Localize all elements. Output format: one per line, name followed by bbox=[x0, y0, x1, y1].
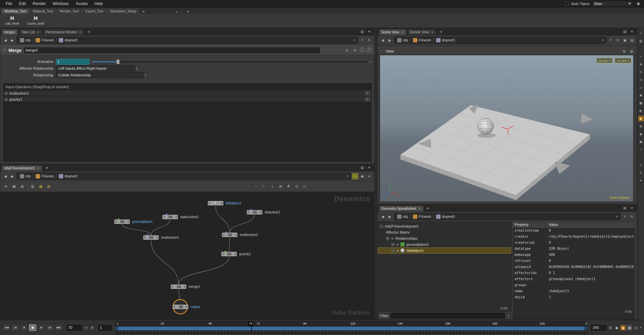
playhead-label[interactable]: 70 bbox=[248, 322, 253, 326]
layout-icon[interactable]: ▤ bbox=[638, 38, 644, 44]
pane-menu-icon[interactable]: ▾ bbox=[629, 29, 635, 34]
activation-slider[interactable] bbox=[92, 59, 368, 65]
breadcrumb[interactable]: obj FXwork dopnet1 ▾ bbox=[394, 213, 621, 220]
go-to-end-button[interactable]: ▶▶| bbox=[55, 324, 63, 331]
grid-view-icon[interactable]: ▦ bbox=[11, 183, 17, 189]
shelf-tool-add-work[interactable]: H Add_Work bbox=[3, 15, 22, 25]
shelf-tab-render[interactable]: Render_Tool bbox=[56, 9, 82, 14]
pane-menu-icon[interactable]: ▾ bbox=[629, 205, 635, 211]
realtime-toggle-icon[interactable]: ● bbox=[620, 325, 626, 330]
back-icon[interactable]: ◀ bbox=[2, 173, 8, 179]
expand-icon[interactable]: + bbox=[386, 237, 389, 240]
color-palette-icon[interactable]: ▨ bbox=[38, 183, 44, 189]
crumb-fxwork[interactable]: FXwork bbox=[34, 174, 55, 178]
shelf-tab-workflow[interactable]: Workflow_Tool bbox=[1, 9, 29, 14]
pane-menu-icon[interactable]: ▾ bbox=[366, 29, 372, 34]
tree-item-relationships[interactable]: + ∗ Relationships bbox=[378, 235, 511, 241]
node-flag[interactable] bbox=[221, 202, 223, 204]
frame-all-icon[interactable]: ▭ bbox=[302, 183, 308, 189]
add-tab-button[interactable]: + bbox=[85, 30, 92, 35]
help-icon[interactable]: ? bbox=[367, 47, 371, 52]
pin-icon[interactable]: ⌖ bbox=[638, 162, 644, 168]
tree-item-rbdobject1[interactable]: + ∗ rbdobject1 bbox=[378, 247, 511, 254]
layout-icon[interactable]: ▤ bbox=[629, 37, 635, 43]
forward-icon[interactable]: ▶ bbox=[9, 37, 15, 43]
tab-performance-monitor[interactable]: Performance Monitor × bbox=[43, 29, 85, 35]
node-flag[interactable] bbox=[176, 216, 177, 218]
take-menu[interactable]: Main ▾ bbox=[592, 1, 633, 6]
viewport-options-icon[interactable]: ▥ bbox=[629, 48, 635, 54]
crumb-dopnet[interactable]: dopnet1 bbox=[434, 214, 457, 219]
crumb-obj[interactable]: obj bbox=[395, 38, 410, 42]
shelf-menu-icon[interactable]: ▾ bbox=[176, 10, 178, 14]
node-flag[interactable] bbox=[156, 236, 158, 239]
node-rbdsolver1[interactable]: rbdsolver1 bbox=[247, 210, 262, 214]
link-icon[interactable]: ↻ bbox=[629, 214, 635, 220]
network-editor[interactable]: Dynamics Indie Edition rbdobject1 static… bbox=[0, 192, 374, 320]
slider-menu-icon[interactable]: ▾ bbox=[370, 60, 371, 63]
camera-icon[interactable]: ▣ bbox=[638, 139, 644, 144]
breadcrumb[interactable]: obj FXwork dopnet1 ▾ bbox=[16, 173, 351, 180]
grid-toggle-icon[interactable]: # bbox=[286, 183, 292, 189]
path-menu-icon[interactable]: ▾ bbox=[352, 38, 356, 42]
close-icon[interactable]: × bbox=[36, 31, 39, 34]
close-icon[interactable]: × bbox=[431, 31, 434, 34]
zoom-icon[interactable]: ⊙ bbox=[294, 183, 300, 189]
tree-item-root[interactable]: − /obj/FXwork/dopnet1 bbox=[378, 223, 511, 229]
camera2-menu[interactable]: no cam ▾ bbox=[615, 58, 631, 63]
expand-icon[interactable]: + bbox=[391, 243, 394, 246]
shade-icon[interactable]: ◉ bbox=[638, 93, 644, 98]
frame-icon[interactable]: ▭ bbox=[638, 85, 644, 90]
input-operator-row[interactable]: ▤ multisolver1 × bbox=[3, 90, 371, 96]
sim-view-icon[interactable]: ● bbox=[638, 116, 644, 121]
crumb-fxwork[interactable]: FXwork bbox=[411, 214, 433, 219]
menu-file[interactable]: File bbox=[3, 1, 15, 7]
desktop-icon[interactable]: ▣ bbox=[635, 1, 641, 6]
add-tab-button[interactable]: + bbox=[43, 166, 50, 171]
pane-split-icon[interactable]: ▤ bbox=[622, 205, 628, 211]
node-output[interactable]: output bbox=[173, 305, 188, 309]
path-menu-icon[interactable]: ▾ bbox=[601, 38, 605, 42]
sync-icon[interactable]: ◉ bbox=[359, 173, 365, 179]
viewport-3d[interactable]: y x z persp1 ▾ no cam ▾ Indie Edition bbox=[380, 55, 634, 202]
tab-render-view[interactable]: Render View × bbox=[407, 29, 437, 35]
play-reverse-button[interactable]: ◀ bbox=[20, 324, 28, 331]
info-icon[interactable]: i bbox=[638, 147, 644, 152]
auto-takes-checkbox[interactable] bbox=[565, 2, 569, 5]
tree-item-groundplane1[interactable]: + ∗ groundplane1 bbox=[378, 241, 511, 247]
node-flag[interactable] bbox=[186, 306, 188, 308]
snap-icon[interactable]: ⊞ bbox=[638, 124, 644, 129]
align-left-icon[interactable]: ⊢ bbox=[261, 183, 267, 189]
pane-menu-icon[interactable]: ▾ bbox=[366, 165, 372, 170]
pin-icon[interactable]: ⌖ bbox=[638, 31, 644, 36]
next-keyframe-button[interactable]: ▶| bbox=[46, 324, 54, 331]
pin-icon[interactable]: ⌖ bbox=[622, 214, 628, 220]
close-icon[interactable]: × bbox=[79, 31, 82, 34]
menu-help[interactable]: Help bbox=[91, 1, 106, 7]
crumb-fxwork[interactable]: FXwork bbox=[411, 38, 433, 42]
stop-button[interactable]: ■ bbox=[29, 324, 36, 331]
back-icon[interactable]: ◀ bbox=[380, 37, 386, 43]
node-gravity1[interactable]: gravity1 bbox=[221, 252, 237, 256]
viewport-layout-icon[interactable]: ⊞ bbox=[621, 48, 627, 54]
relationship-select[interactable]: Collide Relationship bbox=[56, 72, 144, 78]
wireframe-icon[interactable]: ▦ bbox=[638, 100, 644, 106]
node-name-field[interactable] bbox=[24, 47, 320, 53]
shelf-tab-simulation[interactable]: Simulation_Setup bbox=[107, 9, 139, 14]
gear-icon[interactable]: ∗ bbox=[344, 47, 350, 53]
activation-field[interactable] bbox=[56, 59, 89, 65]
spinner-icon[interactable]: ▴▾ bbox=[136, 67, 137, 70]
orbit-icon[interactable]: ↻ bbox=[638, 69, 644, 75]
camera-icon[interactable]: ▣ bbox=[622, 37, 628, 43]
crumb-dopnet[interactable]: dopnet1 bbox=[434, 38, 457, 42]
tab-take-list[interactable]: Take List × bbox=[19, 29, 42, 35]
close-icon[interactable]: × bbox=[37, 167, 40, 170]
node-flag[interactable] bbox=[234, 253, 236, 255]
menu-windows[interactable]: Windows bbox=[49, 1, 72, 7]
tab-scene-view[interactable]: Scene View × bbox=[379, 29, 407, 35]
node-flag[interactable] bbox=[172, 286, 173, 288]
link-icon[interactable]: ↻ bbox=[638, 170, 644, 175]
increment-frame-button[interactable]: + bbox=[90, 325, 95, 330]
close-icon[interactable]: × bbox=[418, 207, 421, 210]
add-shelf-tab-button[interactable]: + bbox=[140, 9, 147, 14]
